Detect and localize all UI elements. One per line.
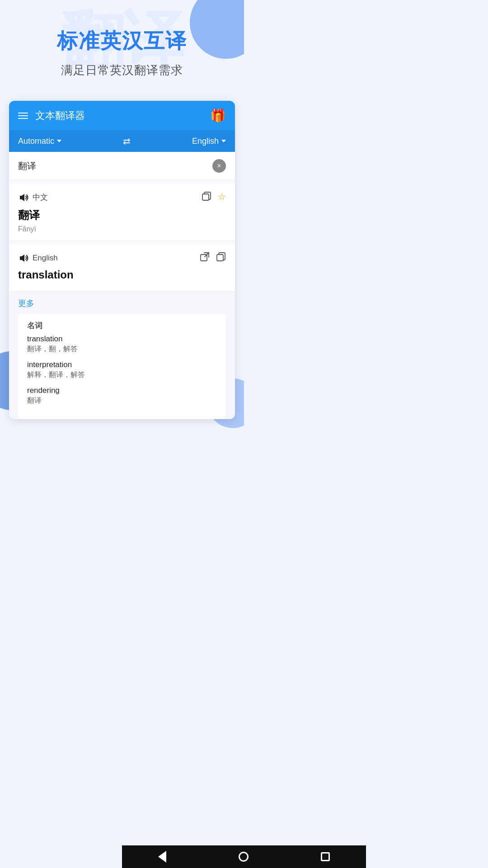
word-type: 名词: [27, 321, 217, 331]
word-zh-0: 翻译，翻，解答: [27, 344, 217, 354]
source-lang-button[interactable]: Automatic: [18, 137, 61, 146]
english-result-header: English: [18, 252, 226, 264]
app-header-left: 文本翻译器: [18, 109, 85, 123]
english-external-icon[interactable]: [200, 252, 210, 264]
chinese-star-icon[interactable]: ☆: [218, 191, 226, 203]
menu-icon[interactable]: [18, 113, 28, 119]
word-en-2: rendering: [27, 386, 217, 395]
app-title: 文本翻译器: [35, 109, 85, 123]
swap-lang-button[interactable]: ⇄: [123, 136, 131, 146]
hero-section: 标准英汉互译 满足日常英汉翻译需求: [0, 0, 244, 92]
english-copy-icon[interactable]: [216, 252, 226, 264]
chinese-lang-name: 中文: [33, 192, 48, 203]
word-entry-2: rendering 翻译: [27, 386, 217, 406]
word-zh-2: 翻译: [27, 396, 217, 406]
svg-marker-0: [20, 194, 24, 201]
input-text[interactable]: 翻译: [18, 160, 212, 172]
chinese-result-actions: ☆: [202, 191, 226, 203]
chinese-copy-icon[interactable]: [202, 191, 211, 203]
more-label: 更多: [18, 298, 226, 309]
word-en-0: translation: [27, 335, 217, 344]
chinese-speaker-icon[interactable]: [18, 192, 29, 203]
source-lang-chevron-icon: [57, 140, 61, 142]
svg-rect-1: [202, 194, 209, 200]
chinese-result-pinyin: Fānyì: [18, 225, 226, 233]
gift-icon[interactable]: 🎁: [210, 108, 226, 123]
target-lang-label: English: [192, 137, 219, 146]
chinese-result-header: 中文 ☆: [18, 191, 226, 203]
english-speaker-icon[interactable]: [18, 253, 29, 264]
svg-rect-5: [217, 255, 223, 261]
english-result-actions: [200, 252, 226, 264]
chinese-result-main: 翻译: [18, 208, 226, 222]
word-entry-0: translation 翻译，翻，解答: [27, 335, 217, 354]
source-lang-label: Automatic: [18, 137, 54, 146]
word-entry-1: interpretation 解释，翻译，解答: [27, 360, 217, 380]
chinese-lang-label: 中文: [18, 192, 48, 203]
english-result-main: translation: [18, 269, 226, 281]
english-result-card: English: [9, 245, 235, 292]
chinese-result-card: 中文 ☆ 翻译 Fānyì: [9, 184, 235, 241]
more-section: 更多 名词 translation 翻译，翻，解答 interpretation…: [9, 292, 235, 419]
word-zh-1: 解释，翻译，解答: [27, 370, 217, 380]
target-lang-button[interactable]: English: [192, 137, 226, 146]
svg-marker-2: [20, 255, 24, 262]
app-card: 文本翻译器 🎁 Automatic ⇄ English 翻译 ×: [9, 101, 235, 419]
language-bar: Automatic ⇄ English: [9, 130, 235, 152]
app-header: 文本翻译器 🎁: [9, 101, 235, 130]
input-area[interactable]: 翻译 ×: [9, 152, 235, 180]
clear-button[interactable]: ×: [212, 159, 226, 173]
hero-title: 标准英汉互译: [14, 27, 230, 55]
word-en-1: interpretation: [27, 360, 217, 369]
english-lang-name: English: [33, 254, 58, 263]
english-lang-label: English: [18, 253, 58, 264]
hero-subtitle: 满足日常英汉翻译需求: [14, 62, 230, 78]
more-card: 名词 translation 翻译，翻，解答 interpretation 解释…: [18, 313, 226, 419]
target-lang-chevron-icon: [221, 140, 226, 142]
